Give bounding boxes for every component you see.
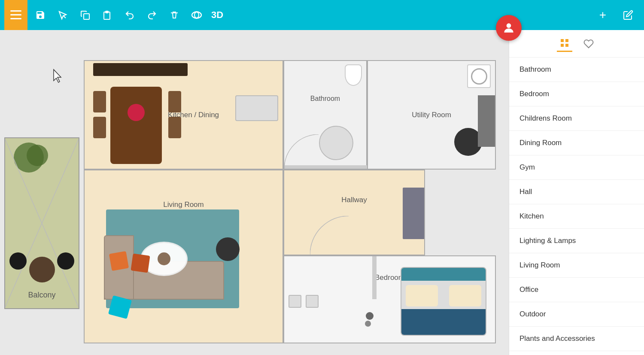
category-item-lighting-lamps[interactable]: Lighting & Lamps <box>509 229 644 253</box>
svg-rect-4 <box>84 14 89 19</box>
svg-point-9 <box>507 23 511 28</box>
bathroom-label: Bathroom <box>310 95 340 103</box>
balcony-room: Balcony <box>4 137 79 309</box>
copy-button[interactable] <box>76 6 94 24</box>
edit-button[interactable] <box>619 6 638 24</box>
favorites-tab[interactable] <box>581 36 596 52</box>
category-item-office[interactable]: Office <box>509 278 644 302</box>
toolbar: 3D <box>0 0 509 30</box>
utility-label: Utility Room <box>412 111 451 119</box>
category-item-kitchen[interactable]: Kitchen <box>509 204 644 229</box>
360-button[interactable] <box>187 6 206 24</box>
svg-rect-1 <box>10 14 21 15</box>
hallway-label: Hallway <box>341 196 367 204</box>
category-item-gym[interactable]: Gym <box>509 155 644 180</box>
kitchen-dining-room: Kitchen / Dining <box>84 60 283 170</box>
select-tool-button[interactable] <box>53 6 72 24</box>
delete-button[interactable] <box>165 6 184 24</box>
category-item-living-room[interactable]: Living Room <box>509 253 644 278</box>
bathroom-room: Bathroom <box>283 60 367 170</box>
bedroom-label: Bedroom <box>375 273 404 282</box>
avatar-button[interactable] <box>496 15 522 41</box>
category-item-dining-room[interactable]: Dining Room <box>509 131 644 155</box>
add-button[interactable]: + <box>593 6 612 24</box>
svg-rect-10 <box>561 39 564 42</box>
svg-point-8 <box>194 12 199 18</box>
svg-rect-13 <box>565 44 568 47</box>
bedroom-room: Bedroom <box>283 255 496 343</box>
floor-plan: Kitchen / Dining Bathroom <box>84 60 496 343</box>
category-item-bathroom[interactable]: Bathroom <box>509 58 644 82</box>
svg-rect-12 <box>561 44 564 47</box>
category-item-childrens-room[interactable]: Childrens Room <box>509 106 644 131</box>
category-list: BathroomBedroomChildrens RoomDining Room… <box>509 58 644 351</box>
category-item-hall[interactable]: Hall <box>509 180 644 204</box>
panel-tabs <box>509 30 644 58</box>
right-panel-header: + <box>509 0 644 30</box>
utility-room: Utility Room <box>367 60 496 170</box>
cursor <box>52 69 64 85</box>
undo-button[interactable] <box>120 6 139 24</box>
redo-button[interactable] <box>143 6 161 24</box>
hallway-room: Hallway <box>283 170 425 255</box>
paste-button[interactable] <box>98 6 117 24</box>
save-button[interactable] <box>31 6 50 24</box>
svg-rect-0 <box>10 10 21 12</box>
svg-rect-11 <box>565 39 568 42</box>
canvas-area[interactable]: Balcony Kitchen / Dining Bathroom <box>0 30 509 355</box>
menu-button[interactable] <box>4 0 27 30</box>
svg-rect-2 <box>10 18 21 19</box>
category-item-plants-accessories[interactable]: Plants and Accessories <box>509 327 644 351</box>
living-label: Living Room <box>163 200 204 209</box>
right-panel: BathroomBedroomChildrens RoomDining Room… <box>509 30 644 355</box>
living-room: Living Room <box>84 170 283 343</box>
grid-tab[interactable] <box>557 35 572 52</box>
3d-label[interactable]: 3D <box>211 9 223 21</box>
category-item-outdoor[interactable]: Outdoor <box>509 302 644 327</box>
category-item-bedroom[interactable]: Bedroom <box>509 82 644 106</box>
